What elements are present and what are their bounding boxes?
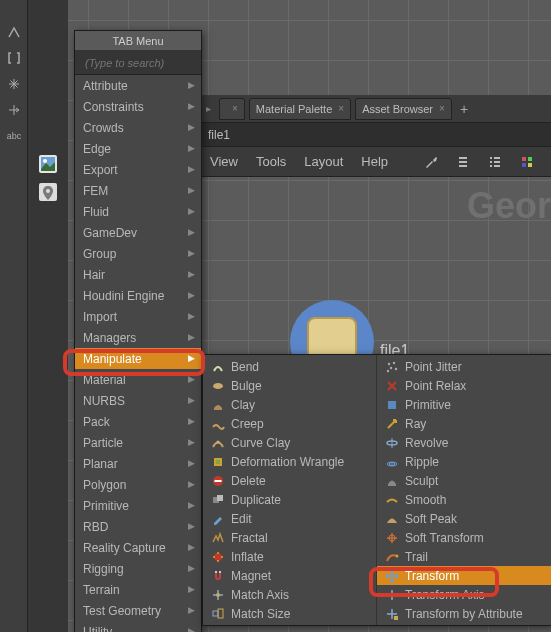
submenu-item-transform-axis[interactable]: Transform Axis bbox=[377, 585, 551, 604]
submenu-arrow-icon: ▶ bbox=[188, 374, 195, 384]
menu-layout[interactable]: Layout bbox=[304, 154, 343, 169]
submenu-item-fractal[interactable]: Fractal bbox=[203, 528, 376, 547]
tab-menu-item-attribute[interactable]: Attribute▶ bbox=[75, 75, 201, 96]
tab-menu-item-planar[interactable]: Planar▶ bbox=[75, 453, 201, 474]
submenu-item-inflate[interactable]: Inflate bbox=[203, 547, 376, 566]
tab-menu-item-crowds[interactable]: Crowds▶ bbox=[75, 117, 201, 138]
tab-menu-item-export[interactable]: Export▶ bbox=[75, 159, 201, 180]
submenu-item-magnet[interactable]: Magnet bbox=[203, 566, 376, 585]
menu-view[interactable]: View bbox=[210, 154, 238, 169]
tool-abc-icon[interactable]: abc bbox=[0, 124, 28, 148]
tab-menu-item-label: Constraints bbox=[83, 100, 144, 114]
tab-menu-item-label: RBD bbox=[83, 520, 108, 534]
tool-axis-icon[interactable] bbox=[0, 98, 28, 122]
tab-menu-item-constraints[interactable]: Constraints▶ bbox=[75, 96, 201, 117]
tab-menu-item-pack[interactable]: Pack▶ bbox=[75, 411, 201, 432]
submenu-item-label: Match Axis bbox=[231, 588, 289, 602]
submenu-item-point-relax[interactable]: Point Relax bbox=[377, 376, 551, 395]
submenu-item-smooth[interactable]: Smooth bbox=[377, 490, 551, 509]
submenu-item-match-axis[interactable]: Match Axis bbox=[203, 585, 376, 604]
submenu-item-label: Bend bbox=[231, 360, 259, 374]
tab-menu-item-fluid[interactable]: Fluid▶ bbox=[75, 201, 201, 222]
submenu-item-curve-clay[interactable]: Curve Clay bbox=[203, 433, 376, 452]
tab-menu-item-terrain[interactable]: Terrain▶ bbox=[75, 579, 201, 600]
submenu-item-point-jitter[interactable]: Point Jitter bbox=[377, 357, 551, 376]
list-icon[interactable] bbox=[456, 154, 470, 170]
submenu-item-duplicate[interactable]: Duplicate bbox=[203, 490, 376, 509]
submenu-arrow-icon: ▶ bbox=[188, 500, 195, 510]
tab-menu-item-particle[interactable]: Particle▶ bbox=[75, 432, 201, 453]
path-bar[interactable]: file1 bbox=[200, 123, 551, 147]
svg-rect-8 bbox=[528, 163, 532, 167]
pane-chevron-icon[interactable]: ▸ bbox=[206, 103, 211, 114]
close-icon[interactable]: × bbox=[232, 103, 238, 114]
tab-menu-item-utility[interactable]: Utility▶ bbox=[75, 621, 201, 632]
tab-menu-item-edge[interactable]: Edge▶ bbox=[75, 138, 201, 159]
pane-tab-empty[interactable]: × bbox=[219, 98, 245, 120]
list2-icon[interactable] bbox=[488, 154, 502, 170]
tab-menu-item-manipulate[interactable]: Manipulate▶ bbox=[75, 348, 201, 369]
tab-menu-item-rbd[interactable]: RBD▶ bbox=[75, 516, 201, 537]
submenu-arrow-icon: ▶ bbox=[188, 332, 195, 342]
creep-icon bbox=[211, 417, 225, 431]
submenu-item-deformation-wrangle[interactable]: Deformation Wrangle bbox=[203, 452, 376, 471]
submenu-item-bulge[interactable]: Bulge bbox=[203, 376, 376, 395]
submenu-arrow-icon: ▶ bbox=[188, 164, 195, 174]
pane-tab-asset[interactable]: Asset Browser × bbox=[355, 98, 452, 120]
submenu-item-delete[interactable]: Delete bbox=[203, 471, 376, 490]
submenu-item-clay[interactable]: Clay bbox=[203, 395, 376, 414]
map-pin-icon[interactable] bbox=[28, 178, 68, 206]
submenu-item-primitive[interactable]: Primitive bbox=[377, 395, 551, 414]
tab-menu-item-test-geometry[interactable]: Test Geometry▶ bbox=[75, 600, 201, 621]
tab-menu-item-material[interactable]: Material▶ bbox=[75, 369, 201, 390]
tab-menu-item-gamedev[interactable]: GameDev▶ bbox=[75, 222, 201, 243]
submenu-item-label: Fractal bbox=[231, 531, 268, 545]
tab-menu-item-group[interactable]: Group▶ bbox=[75, 243, 201, 264]
tab-menu-item-houdini-engine[interactable]: Houdini Engine▶ bbox=[75, 285, 201, 306]
submenu-item-soft-transform[interactable]: Soft Transform bbox=[377, 528, 551, 547]
submenu-item-label: Smooth bbox=[405, 493, 446, 507]
svg-point-31 bbox=[387, 369, 389, 371]
submenu-item-soft-peak[interactable]: Soft Peak bbox=[377, 509, 551, 528]
menu-help[interactable]: Help bbox=[361, 154, 388, 169]
tab-menu-item-rigging[interactable]: Rigging▶ bbox=[75, 558, 201, 579]
svg-rect-22 bbox=[215, 571, 217, 573]
close-icon[interactable]: × bbox=[338, 103, 344, 114]
submenu-item-transform[interactable]: Transform bbox=[377, 566, 551, 585]
tab-menu-item-managers[interactable]: Managers▶ bbox=[75, 327, 201, 348]
tab-menu-item-hair[interactable]: Hair▶ bbox=[75, 264, 201, 285]
tab-menu-item-nurbs[interactable]: NURBS▶ bbox=[75, 390, 201, 411]
tab-menu-title: TAB Menu bbox=[75, 31, 201, 51]
submenu-item-label: Ray bbox=[405, 417, 426, 431]
submenu-item-bend[interactable]: Bend bbox=[203, 357, 376, 376]
tab-menu-item-reality-capture[interactable]: Reality Capture▶ bbox=[75, 537, 201, 558]
submenu-item-edit[interactable]: Edit bbox=[203, 509, 376, 528]
submenu-item-label: Primitive bbox=[405, 398, 451, 412]
tool-brackets-icon[interactable] bbox=[0, 46, 28, 70]
add-tab-button[interactable]: + bbox=[460, 101, 468, 117]
pane-tab-material[interactable]: Material Palette × bbox=[249, 98, 351, 120]
tool-polyline-icon[interactable] bbox=[0, 20, 28, 44]
close-icon[interactable]: × bbox=[439, 103, 445, 114]
submenu-item-transform-by-attribute[interactable]: Transform by Attribute bbox=[377, 604, 551, 623]
search-input[interactable] bbox=[85, 57, 224, 69]
submenu-item-ray[interactable]: Ray bbox=[377, 414, 551, 433]
tab-menu-item-fem[interactable]: FEM▶ bbox=[75, 180, 201, 201]
tab-menu-item-primitive[interactable]: Primitive▶ bbox=[75, 495, 201, 516]
submenu-item-trail[interactable]: Trail bbox=[377, 547, 551, 566]
submenu-item-revolve[interactable]: Revolve bbox=[377, 433, 551, 452]
submenu-item-ripple[interactable]: Ripple bbox=[377, 452, 551, 471]
tab-menu-item-polygon[interactable]: Polygon▶ bbox=[75, 474, 201, 495]
tool-star-icon[interactable] bbox=[0, 72, 28, 96]
submenu-item-match-size[interactable]: Match Size bbox=[203, 604, 376, 623]
submenu-arrow-icon: ▶ bbox=[188, 80, 195, 90]
submenu-item-sculpt[interactable]: Sculpt bbox=[377, 471, 551, 490]
svg-point-15 bbox=[217, 440, 220, 443]
menu-tools[interactable]: Tools bbox=[256, 154, 286, 169]
tab-menu-item-import[interactable]: Import▶ bbox=[75, 306, 201, 327]
submenu-item-creep[interactable]: Creep bbox=[203, 414, 376, 433]
wrench-icon[interactable] bbox=[424, 154, 438, 170]
tab-menu-search[interactable] bbox=[75, 51, 201, 75]
grid-icon[interactable] bbox=[520, 154, 534, 170]
image-selector-icon[interactable] bbox=[28, 150, 68, 178]
